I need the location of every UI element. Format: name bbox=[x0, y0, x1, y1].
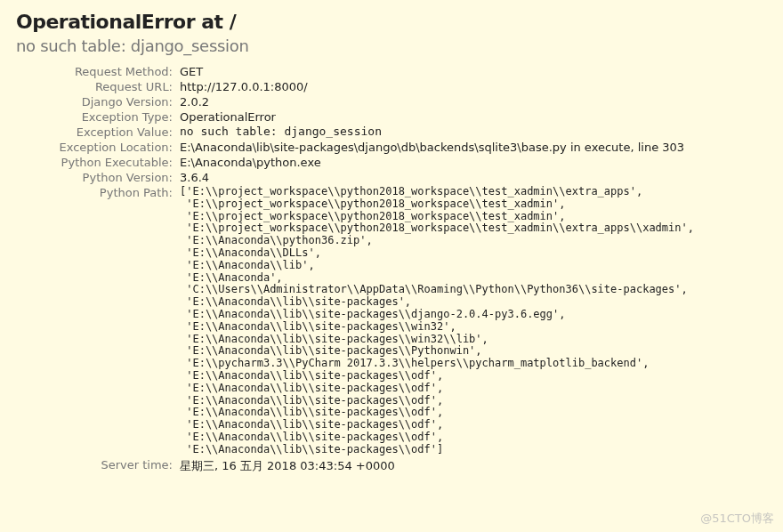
python-path-list: ['E:\\project_workspace\\python2018_work… bbox=[180, 186, 767, 456]
watermark: @51CTO博客 bbox=[700, 511, 774, 527]
label-server-time: Server time: bbox=[16, 457, 180, 475]
value-exception-type: OperationalError bbox=[180, 109, 767, 125]
request-metadata-table: Request Method: GET Request URL: http://… bbox=[16, 64, 767, 475]
error-title: OperationalError at / bbox=[16, 11, 767, 33]
label-exception-value: Exception Value: bbox=[16, 125, 180, 140]
value-python-executable: E:\Anaconda\python.exe bbox=[180, 155, 767, 170]
value-exception-location: E:\Anaconda\lib\site-packages\django\db\… bbox=[180, 140, 767, 155]
value-request-url: http://127.0.0.1:8000/ bbox=[180, 79, 767, 94]
label-python-path: Python Path: bbox=[16, 185, 180, 457]
row-exception-value: Exception Value: no such table: django_s… bbox=[16, 125, 767, 140]
row-python-path: Python Path: ['E:\\project_workspace\\py… bbox=[16, 185, 767, 457]
row-server-time: Server time: 星期三, 16 五月 2018 03:43:54 +0… bbox=[16, 457, 767, 475]
label-django-version: Django Version: bbox=[16, 94, 180, 109]
row-python-executable: Python Executable: E:\Anaconda\python.ex… bbox=[16, 155, 767, 170]
label-python-executable: Python Executable: bbox=[16, 155, 180, 170]
row-django-version: Django Version: 2.0.2 bbox=[16, 94, 767, 109]
value-django-version: 2.0.2 bbox=[180, 94, 767, 109]
label-python-version: Python Version: bbox=[16, 170, 180, 185]
value-python-version: 3.6.4 bbox=[180, 170, 767, 185]
value-python-path: ['E:\\project_workspace\\python2018_work… bbox=[180, 185, 767, 457]
error-summary: OperationalError at / no such table: dja… bbox=[0, 0, 783, 479]
value-server-time: 星期三, 16 五月 2018 03:43:54 +0000 bbox=[180, 457, 767, 475]
row-request-url: Request URL: http://127.0.0.1:8000/ bbox=[16, 79, 767, 94]
label-exception-type: Exception Type: bbox=[16, 109, 180, 125]
label-request-method: Request Method: bbox=[16, 64, 180, 79]
row-request-method: Request Method: GET bbox=[16, 64, 767, 79]
row-python-version: Python Version: 3.6.4 bbox=[16, 170, 767, 185]
error-subtitle: no such table: django_session bbox=[16, 36, 767, 55]
value-exception-value: no such table: django_session bbox=[180, 125, 767, 140]
value-request-method: GET bbox=[180, 64, 767, 79]
label-exception-location: Exception Location: bbox=[16, 140, 180, 155]
row-exception-location: Exception Location: E:\Anaconda\lib\site… bbox=[16, 140, 767, 155]
row-exception-type: Exception Type: OperationalError bbox=[16, 109, 767, 125]
label-request-url: Request URL: bbox=[16, 79, 180, 94]
